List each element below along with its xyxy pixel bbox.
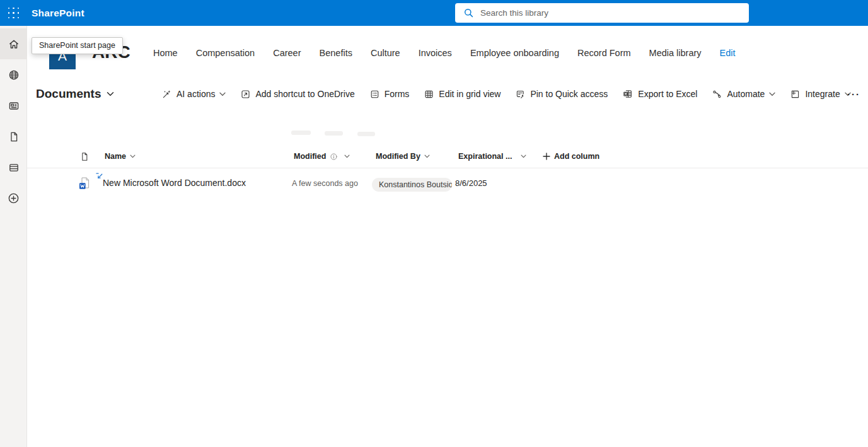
command-menu: AI actions Add shortcut to OneDrive xyxy=(161,80,851,108)
nav-item-benefits[interactable]: Benefits xyxy=(320,48,352,58)
rail-item-my-sites[interactable] xyxy=(0,59,27,90)
nav-item-home[interactable]: Home xyxy=(153,48,178,58)
library-title: Documents xyxy=(36,87,101,101)
forms-icon xyxy=(369,89,380,100)
waffle-icon xyxy=(8,7,20,20)
nav-item-invoices[interactable]: Invoices xyxy=(419,48,452,58)
nav-item-career[interactable]: Career xyxy=(273,48,301,58)
more-commands-button[interactable]: ··· xyxy=(847,80,860,108)
add-shortcut-icon xyxy=(240,89,251,100)
news-icon xyxy=(8,100,20,112)
excel-icon xyxy=(622,88,634,100)
nav-edit-link[interactable]: Edit xyxy=(720,48,736,58)
loading-pill xyxy=(291,131,311,135)
automate-button[interactable]: Automate xyxy=(712,89,775,100)
command-label: Automate xyxy=(727,89,765,99)
document-icon xyxy=(8,131,20,143)
modified-value: A few seconds ago xyxy=(292,179,358,188)
library-search-box[interactable] xyxy=(455,3,749,23)
integrate-icon xyxy=(790,89,801,100)
nav-item-record-form[interactable]: Record Form xyxy=(577,48,631,58)
site-header: A ARC Home Compensation Career Benefits … xyxy=(27,26,868,80)
loading-pill xyxy=(357,132,375,136)
nav-item-employee-onboarding[interactable]: Employee onboarding xyxy=(470,48,559,58)
rail-item-lists[interactable] xyxy=(0,152,27,183)
rail-item-pages[interactable] xyxy=(0,121,27,152)
person-name: Konstantinos Boutsiou xyxy=(379,180,452,189)
expirational-value: 8/6/2025 xyxy=(455,178,487,188)
command-label: Add shortcut to OneDrive xyxy=(255,89,354,99)
lists-icon xyxy=(8,161,20,174)
grid-icon xyxy=(424,89,434,100)
command-label: Integrate xyxy=(805,89,840,99)
rail-item-news[interactable] xyxy=(0,90,27,121)
plus-icon xyxy=(543,153,550,160)
command-label: Pin to Quick access xyxy=(530,89,608,99)
chevron-down-icon xyxy=(219,92,226,96)
forms-button[interactable]: Forms xyxy=(369,89,410,100)
chevron-down-icon xyxy=(769,92,775,96)
search-input[interactable] xyxy=(480,3,749,23)
modified-by-column-header[interactable]: Modified By xyxy=(376,144,430,168)
chevron-down-icon xyxy=(107,91,114,96)
globe-icon xyxy=(8,69,20,81)
command-label: Edit in grid view xyxy=(439,89,501,99)
tooltip-sharepoint-start-page: SharePoint start page xyxy=(32,37,123,54)
expirational-column-header[interactable]: Expirational ... xyxy=(458,144,526,168)
command-bar: Documents AI actions xyxy=(27,80,868,108)
info-icon xyxy=(330,153,338,161)
word-file-icon xyxy=(78,177,91,190)
create-plus-icon xyxy=(7,192,20,205)
sharepoint-brand-link[interactable]: SharePoint xyxy=(32,0,84,26)
pin-icon xyxy=(515,89,526,100)
name-column-header[interactable]: Name xyxy=(105,144,136,168)
nav-item-compensation[interactable]: Compensation xyxy=(196,48,255,58)
nav-item-media-library[interactable]: Media library xyxy=(649,48,702,58)
sharepoint-library-page: SharePoint xyxy=(0,0,868,447)
command-label: Forms xyxy=(385,89,410,99)
loading-pill xyxy=(325,131,343,136)
command-label: AI actions xyxy=(176,89,215,99)
site-navigation: Home Compensation Career Benefits Cultur… xyxy=(153,26,736,80)
file-type-column-header[interactable] xyxy=(79,144,90,168)
modified-by-person-pill[interactable]: Konstantinos Boutsiou xyxy=(372,178,452,192)
ai-sparkle-icon xyxy=(161,89,172,100)
automate-icon xyxy=(712,89,722,100)
left-app-rail xyxy=(0,26,27,447)
modified-column-header[interactable]: Modified xyxy=(294,144,350,168)
library-title-dropdown[interactable]: Documents xyxy=(36,80,114,108)
home-icon xyxy=(8,38,20,50)
file-name[interactable]: New Microsoft Word Document.docx xyxy=(103,178,246,188)
chevron-down-icon xyxy=(344,154,350,158)
rail-item-create[interactable] xyxy=(0,183,27,214)
file-icon xyxy=(79,151,90,162)
add-shortcut-onedrive-button[interactable]: Add shortcut to OneDrive xyxy=(240,89,354,100)
app-launcher-button[interactable] xyxy=(0,0,27,26)
integrate-button[interactable]: Integrate xyxy=(790,89,850,100)
search-icon xyxy=(463,8,474,18)
nav-item-culture[interactable]: Culture xyxy=(371,48,400,58)
suite-top-bar: SharePoint xyxy=(0,0,868,26)
edit-grid-view-button[interactable]: Edit in grid view xyxy=(424,89,501,100)
export-to-excel-button[interactable]: Export to Excel xyxy=(622,88,697,100)
pin-quick-access-button[interactable]: Pin to Quick access xyxy=(515,89,608,100)
add-column-button[interactable]: Add column xyxy=(543,144,599,168)
document-list-header: Name Modified Modified By Expirational .… xyxy=(27,144,868,168)
ai-actions-button[interactable]: AI actions xyxy=(161,89,226,100)
document-row[interactable]: New Microsoft Word Document.docx A few s… xyxy=(27,168,868,199)
chevron-down-icon xyxy=(521,154,526,158)
chevron-down-icon xyxy=(424,154,430,158)
chevron-down-icon xyxy=(130,154,136,158)
command-label: Export to Excel xyxy=(638,89,697,99)
rail-item-home[interactable] xyxy=(0,28,27,59)
